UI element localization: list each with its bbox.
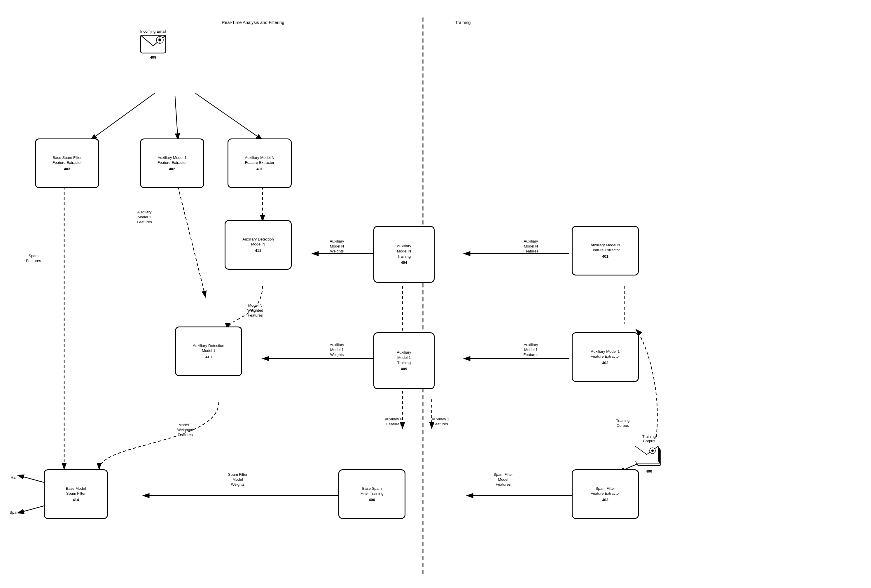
aux-train-1-box: AuxiliaryModel 1Training 405: [373, 332, 435, 389]
spam-label: Spam: [6, 510, 23, 515]
realtime-label: Real-Time Analysis and Filtering: [222, 20, 284, 25]
base-model-num: 414: [73, 497, 79, 503]
base-spam-train-num: 406: [369, 497, 375, 503]
aux1-fe-right-box: Auxiliary Model 1Feature Extractor 402: [572, 332, 639, 382]
base-spam-train-box: Base SpamFilter Training 406: [338, 469, 406, 519]
base-model-box: Base ModelSpam Filter 414: [44, 469, 108, 519]
auxN-fe-right-label: Auxiliary Model NFeature Extractor: [590, 243, 620, 253]
training-label: Training: [455, 20, 471, 25]
aux1-fe-num: 402: [169, 166, 175, 172]
spam-fe-label: Spam FilterFeature Extractor: [591, 486, 620, 496]
training-corpus-num: 400: [635, 469, 664, 473]
ham-label: Ham: [6, 475, 23, 480]
incoming-email-container: Incoming Email 409: [140, 29, 166, 60]
base-model-label: Base ModelSpam Filter: [66, 486, 86, 496]
aux-train-1-label: AuxiliaryModel 1Training: [397, 350, 411, 365]
aux-det-1-box: Auxiliary DetectionModel 1 410: [175, 327, 242, 376]
spam-fe-num: 403: [602, 497, 609, 503]
svg-line-3: [90, 93, 154, 140]
aux1-fe-right-label: Auxiliary Model 1Feature Extractor: [591, 349, 620, 359]
spam-filter-weights-label: Spam FilterModelWeights: [216, 472, 260, 487]
spam-fe-box: Spam FilterFeature Extractor 403: [572, 469, 639, 519]
svg-point-33: [651, 449, 654, 452]
auxN-weights-label: AuxiliaryModel NWeights: [318, 239, 356, 254]
training-corpus-label: TrainingCorpus: [635, 434, 664, 443]
auxN-features-bottom-label: Auxiliary NFeatures: [376, 417, 411, 427]
incoming-email-label: Incoming Email: [140, 29, 166, 34]
base-spam-train-label: Base SpamFilter Training: [361, 486, 383, 496]
aux-train-N-label: AuxiliaryModel NTraining: [397, 243, 411, 259]
svg-point-23: [159, 39, 161, 42]
aux1-features-label: AuxiliaryModel 1Features: [126, 210, 163, 225]
modelN-weighted-label: Model NWeightedFeatures: [236, 303, 274, 318]
aux-det-1-num: 410: [205, 355, 212, 360]
aux1-features-right-label: AuxiliaryModel 1Features: [510, 343, 551, 357]
base-spam-fe-num: 403: [64, 166, 70, 172]
auxN-fe-left-label: Auxiliary Model NFeature Extractor: [245, 155, 274, 165]
aux-det-N-box: Auxiliary DetectionModel N 411: [224, 220, 292, 270]
training-corpus-icon: [635, 444, 664, 468]
aux-det-N-label: Auxiliary DetectionModel N: [242, 237, 274, 247]
training-corpus-arrow-label: TrainingCorpus: [607, 418, 639, 428]
base-spam-fe-box: Base Spam FilterFeature Extractor 403: [35, 139, 99, 188]
auxN-fe-right-num: 401: [602, 254, 609, 259]
email-icon: [140, 35, 166, 54]
aux1-fe-right-num: 402: [602, 360, 609, 366]
aux1-features-bottom-label: Auxiliary 1Features: [423, 417, 458, 427]
model1-weighted-label: Model 1WeightedFeatures: [166, 423, 204, 437]
aux-det-1-label: Auxiliary DetectionModel 1: [193, 343, 224, 353]
spam-filter-features-label: Spam FilterModelFeatures: [481, 472, 525, 487]
base-spam-fe-label: Base Spam FilterFeature Extractor: [52, 155, 82, 165]
aux-det-N-num: 411: [255, 248, 261, 253]
aux1-fe-label: Auxiliary Model 1Feature Extractor: [157, 155, 187, 165]
incoming-email-num: 409: [140, 55, 166, 60]
auxN-features-right-label: AuxiliaryModel NFeatures: [510, 239, 551, 254]
aux1-fe-box: Auxiliary Model 1Feature Extractor 402: [140, 139, 204, 188]
aux-train-N-box: AuxiliaryModel NTraining 404: [373, 226, 435, 283]
aux1-weights-label: AuxiliaryModel 1Weights: [318, 343, 356, 357]
auxN-fe-left-box: Auxiliary Model NFeature Extractor 401: [227, 139, 292, 188]
auxN-fe-right-box: Auxiliary Model NFeature Extractor 401: [572, 226, 639, 276]
training-corpus-container: TrainingCorpus 400: [635, 434, 664, 473]
svg-line-7: [178, 187, 206, 297]
auxN-fe-left-num: 401: [256, 166, 263, 172]
spam-features-label: SpamFeatures: [18, 254, 49, 264]
aux-train-N-num: 404: [401, 260, 407, 265]
aux-train-1-num: 405: [401, 366, 407, 372]
svg-line-5: [195, 93, 262, 140]
svg-line-4: [175, 96, 178, 140]
